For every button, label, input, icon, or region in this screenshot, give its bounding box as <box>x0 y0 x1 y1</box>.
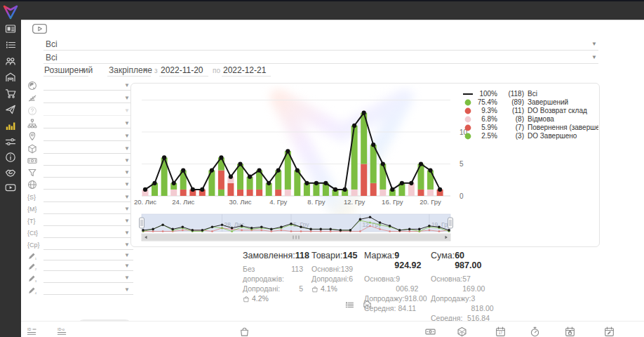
bar-segment <box>380 164 386 190</box>
sidebar-item-settings-icon[interactable] <box>5 136 16 147</box>
svg-text:2.5%: 2.5% <box>481 132 497 140</box>
filter-select-underline[interactable] <box>43 153 133 154</box>
chevron-down-icon[interactable]: ▼ <box>124 242 130 248</box>
bar-segment <box>237 190 243 196</box>
chevron-down-icon[interactable]: ▼ <box>124 230 130 236</box>
legend-item[interactable]: 75.4% (89) Завершений <box>465 98 569 106</box>
department-select[interactable]: Всі <box>46 39 58 49</box>
footer-calendar-lock-icon[interactable] <box>565 326 575 337</box>
orders-chart: 051020. Лис24. Лис30. Лис4. Гру8. Гру12.… <box>131 84 598 246</box>
footer-cube-icon[interactable] <box>457 326 467 337</box>
sidebar-item-cart-icon[interactable] <box>5 88 16 99</box>
chevron-down-icon[interactable]: ▼ <box>124 95 130 101</box>
chevron-down-icon: ▼ <box>81 67 86 73</box>
package-icon <box>28 53 38 62</box>
chevron-down-icon[interactable]: ▼ <box>124 107 130 114</box>
svg-text:5: 5 <box>459 160 464 168</box>
filter-select-underline[interactable] <box>43 103 133 103</box>
filter-select-underline[interactable] <box>43 237 133 238</box>
sidebar-item-statistics-icon[interactable] <box>5 120 16 131</box>
sidebar-item-customers-icon[interactable] <box>5 55 16 67</box>
side-filter-row-tag-ct: {Ct}▼ <box>21 227 133 239</box>
sidebar-item-partners-icon[interactable] <box>5 167 16 178</box>
bar-segment <box>247 190 253 196</box>
stat-column: Товари:145Основні:139Допродані:64.1% <box>311 251 352 293</box>
footer-calendar-edit-icon[interactable] <box>604 326 615 337</box>
cube-icon[interactable] <box>363 300 372 309</box>
x-axis-label: 24. Лис <box>172 198 194 206</box>
footer-id-lines-icon[interactable]: ID <box>27 326 37 337</box>
stat-title: Товари: <box>311 251 342 260</box>
chevron-down-icon[interactable]: ▼ <box>124 120 130 126</box>
bar-segment <box>418 190 424 196</box>
chevron-down-icon[interactable]: ▼ <box>124 181 130 187</box>
chart-scrollbar[interactable] <box>142 234 450 241</box>
filter-select-underline[interactable] <box>43 115 133 116</box>
globe-icon <box>27 180 37 190</box>
stat-row-label: Основні: <box>311 264 341 274</box>
filter-select-underline[interactable] <box>43 201 133 202</box>
bar-segment <box>256 190 262 196</box>
sidebar-item-orders-list-icon[interactable] <box>5 39 16 51</box>
chevron-down-icon[interactable]: ▼ <box>124 194 130 200</box>
footer-timer-icon[interactable] <box>530 326 540 337</box>
product-type-select[interactable]: Всі <box>46 53 58 62</box>
filter-select-underline[interactable] <box>43 128 133 128</box>
list-settings-icon[interactable] <box>345 300 354 309</box>
filter-select-underline[interactable] <box>43 225 133 226</box>
chevron-down-icon[interactable]: ▼ <box>124 145 130 152</box>
chevron-down-icon[interactable]: ▼ <box>124 133 130 139</box>
sidebar-item-warehouse-icon[interactable] <box>5 72 16 83</box>
app-logo-icon[interactable] <box>3 4 18 20</box>
legend-item[interactable]: 5.9% (7) Повернення (завершений) <box>465 124 598 131</box>
footer-bag-icon[interactable] <box>239 326 250 337</box>
chevron-down-icon[interactable]: ▼ <box>124 218 130 224</box>
legend-item[interactable]: 100% (118) Всі <box>463 90 537 98</box>
x-axis-label: 16. Гру <box>382 198 403 206</box>
footer-calendar-17-icon[interactable]: 17 <box>495 326 506 337</box>
stat-value: 145 <box>342 251 357 260</box>
filter-select-underline[interactable] <box>43 294 133 295</box>
video-tutorial-button[interactable] <box>32 24 47 34</box>
svg-text:5.9%: 5.9% <box>481 124 497 131</box>
funnel-icon <box>27 168 37 178</box>
bar-segment <box>351 126 358 190</box>
filter-select-underline[interactable] <box>43 165 133 166</box>
filter-select-underline[interactable] <box>43 90 133 91</box>
sidebar-item-panel-icon[interactable] <box>5 23 16 34</box>
date-to-input[interactable]: 2022-12-21 <box>223 65 266 75</box>
stat-column: Сума:60 987.00Основна:57 169.00Допродажу… <box>431 251 490 323</box>
chevron-down-icon[interactable]: ▼ <box>124 82 130 88</box>
filter-select-underline[interactable] <box>43 213 133 214</box>
legend-item[interactable]: 9.3% (11) DO Возврат склад <box>465 107 587 114</box>
upsell-percent: 4.1% <box>321 284 337 293</box>
footer-money-icon[interactable] <box>425 326 436 337</box>
chevron-down-icon[interactable]: ▼ <box>124 157 130 164</box>
navigator-handle-right[interactable] <box>448 218 453 228</box>
chevron-down-icon: ▼ <box>591 54 597 60</box>
sidebar-item-info-icon[interactable] <box>5 152 16 163</box>
department-underline <box>43 50 598 51</box>
filter-select-underline[interactable] <box>43 140 133 141</box>
footer-id-o-icon[interactable]: ID-o <box>57 326 67 337</box>
date-from-underline <box>159 76 208 77</box>
chevron-down-icon[interactable]: ▼ <box>124 206 130 212</box>
legend-item[interactable]: 2.5% (3) DO Завершено <box>465 132 577 140</box>
stat-row-label: Без допродажів: <box>243 264 291 284</box>
stat-row-label: Основна: <box>431 274 462 293</box>
filter-select-underline[interactable] <box>43 189 133 190</box>
sidebar-item-video-icon[interactable] <box>5 182 16 193</box>
chevron-down-icon[interactable]: ▼ <box>124 169 130 176</box>
sitemap-icon <box>27 119 37 128</box>
filter-select-underline[interactable] <box>43 177 133 178</box>
tag-m-icon: {M} <box>27 206 37 216</box>
stat-row-label: Основна: <box>364 274 396 293</box>
sidebar-item-campaign-icon[interactable] <box>5 104 16 115</box>
upsell-percent: 4.2% <box>252 293 269 303</box>
stat-row-label: Допродані: <box>243 284 280 293</box>
navigator-handle-left[interactable] <box>140 218 145 228</box>
date-from-input[interactable]: 2022-11-20 <box>161 65 203 75</box>
stat-row-label: Допродані: <box>311 274 349 284</box>
legend-item[interactable]: 6.8% (8) Відмова <box>465 115 555 123</box>
total-line <box>145 113 440 190</box>
